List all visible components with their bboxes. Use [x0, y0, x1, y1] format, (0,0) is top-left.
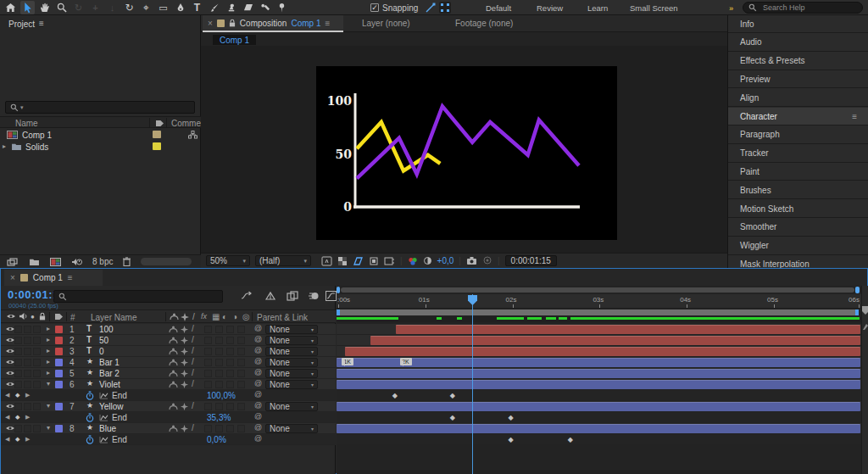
layer-name[interactable]: Blue — [99, 425, 116, 433]
layer-switch-cell[interactable] — [215, 337, 223, 344]
keyframe-diamond[interactable]: ◆ — [508, 436, 513, 443]
layer-switch-cell[interactable] — [24, 348, 31, 355]
collapse-transformations-icon[interactable] — [181, 403, 188, 410]
quality-switch-icon[interactable]: / — [192, 380, 194, 388]
layer-label-swatch[interactable] — [55, 403, 63, 410]
parent-link-column-header[interactable]: Parent & Link — [257, 313, 308, 322]
property-row-blue-end[interactable]: ◀◆▶End0,0%@ — [1, 434, 336, 445]
parent-pickwhip-icon[interactable]: @ — [254, 325, 262, 332]
pixel-aspect-icon[interactable] — [384, 256, 395, 266]
panel-tab-brushes[interactable]: Brushes — [728, 181, 868, 199]
dolly-camera-tool[interactable]: ↓ — [105, 1, 120, 14]
layer-duration-bar[interactable] — [337, 424, 860, 433]
layer-switch-cell[interactable] — [33, 381, 41, 388]
layer-switch-cell[interactable] — [215, 348, 223, 355]
panel-tab-audio[interactable]: Audio — [728, 34, 868, 52]
shape-tool[interactable]: ▭ — [156, 1, 170, 14]
selection-tool[interactable] — [20, 1, 35, 14]
audio-column-speaker-icon[interactable] — [19, 312, 28, 321]
tab-layer[interactable]: Layer (none) — [362, 19, 410, 28]
layer-name[interactable]: 0 — [99, 348, 104, 356]
layer-switch-cell[interactable] — [204, 337, 212, 344]
layer-label-swatch[interactable] — [55, 381, 63, 388]
track-row-100[interactable] — [337, 324, 861, 335]
layer-switch-cell[interactable] — [24, 326, 31, 333]
layer-row-yellow[interactable]: ▾7★Yellow/@None▾ — [1, 401, 336, 412]
layer-switch-cell[interactable] — [215, 425, 223, 432]
comp-mini-flowchart-icon[interactable] — [241, 291, 253, 301]
search-help-input[interactable] — [761, 3, 846, 13]
layer-duration-bar[interactable] — [337, 369, 860, 378]
panel-tab-mask-interpolation[interactable]: Mask Interpolation — [728, 255, 868, 268]
layer-switch-cell[interactable] — [14, 337, 22, 344]
rotation-tool[interactable]: ↻ — [122, 1, 136, 14]
parent-dropdown[interactable]: None▾ — [265, 347, 318, 356]
panel-menu-icon[interactable]: ≡ — [852, 112, 857, 121]
layer-name[interactable]: 50 — [99, 337, 108, 345]
clone-stamp-tool[interactable] — [224, 1, 238, 14]
layer-switch-cell[interactable] — [204, 381, 212, 388]
hand-tool[interactable] — [37, 1, 52, 14]
pan-behind-tool[interactable]: ⌖ — [139, 1, 153, 14]
zoom-tool[interactable] — [54, 1, 69, 14]
new-folder-icon[interactable] — [29, 258, 40, 266]
layer-expand-chevron[interactable]: ▸ — [47, 337, 50, 343]
track-row-0[interactable] — [337, 346, 861, 357]
exposure-value[interactable]: +0,0 — [437, 256, 454, 265]
layer-expand-chevron[interactable]: ▾ — [47, 425, 50, 432]
panel-tab-motion-sketch[interactable]: Motion Sketch — [728, 200, 868, 218]
layer-switch-cell[interactable] — [33, 425, 41, 432]
parent-dropdown[interactable]: None▾ — [265, 380, 318, 389]
shy-switch-icon[interactable] — [169, 403, 178, 410]
layer-row-0[interactable]: ▸3T0/@None▾ — [1, 346, 336, 357]
quality-switch-icon[interactable]: / — [192, 369, 194, 377]
frame-blend-switch-icon[interactable]: ▦ — [212, 312, 220, 321]
hand-grid-icon[interactable] — [321, 256, 332, 266]
property-graph-icon[interactable] — [99, 392, 108, 399]
track-row-yellow[interactable] — [337, 401, 861, 412]
shy-switch-icon[interactable] — [169, 381, 178, 388]
layer-switch-cell[interactable] — [226, 348, 234, 355]
time-ruler[interactable]: :00s01s02s03s04s05s06s — [337, 294, 861, 309]
add-keyframe-icon[interactable]: ◆ — [15, 414, 19, 420]
property-name[interactable]: End — [112, 436, 127, 444]
shy-switch-icon[interactable] — [170, 313, 179, 321]
layer-switch-cell[interactable] — [24, 359, 31, 366]
tab-footage[interactable]: Footage (none) — [455, 19, 513, 28]
panel-tab-tracker[interactable]: Tracker — [728, 145, 868, 163]
panel-tab-preview[interactable]: Preview — [728, 70, 868, 88]
previous-keyframe-icon[interactable]: ◀ — [5, 392, 9, 398]
panel-tab-info[interactable]: Info — [728, 15, 868, 33]
track-row-violet[interactable] — [337, 379, 861, 390]
trash-icon[interactable] — [123, 257, 131, 266]
property-name[interactable]: End — [112, 392, 127, 400]
add-keyframe-icon[interactable]: ◆ — [15, 392, 19, 398]
layer-row-blue[interactable]: ▾8★Blue/@None▾ — [1, 423, 336, 434]
property-value[interactable]: 35,3% — [207, 414, 231, 422]
search-help-box[interactable] — [743, 2, 863, 14]
color-depth-button[interactable]: 8 bpc — [92, 257, 113, 266]
quality-switch-icon[interactable]: / — [192, 358, 194, 366]
property-pickwhip-icon[interactable]: @ — [254, 435, 262, 443]
previous-keyframe-icon[interactable]: ◀ — [5, 436, 9, 442]
comp-breadcrumb[interactable]: Comp 1 — [213, 35, 256, 45]
layer-switch-cell[interactable] — [14, 359, 22, 366]
panel-tab-wiggler[interactable]: Wiggler — [728, 237, 868, 255]
property-graph-icon[interactable] — [99, 436, 108, 443]
layer-switch-cell[interactable] — [204, 370, 212, 377]
layer-name-column-header[interactable]: Layer Name — [91, 313, 136, 322]
parent-dropdown[interactable]: None▾ — [265, 358, 318, 367]
layer-switch-cell[interactable] — [215, 370, 223, 377]
property-track-violet-end[interactable]: ◆◆ — [337, 390, 861, 401]
panel-tab-effects-presets[interactable]: Effects & Presets — [728, 53, 868, 70]
interpret-footage-icon[interactable] — [7, 258, 19, 266]
tab-composition[interactable]: × Composition Comp 1 ≡ — [203, 15, 343, 32]
tab-menu-icon[interactable]: ≡ — [325, 19, 330, 28]
property-track-yellow-end[interactable]: ◆◆ — [337, 412, 861, 423]
property-pickwhip-icon[interactable]: @ — [254, 413, 262, 421]
region-of-interest-icon[interactable] — [369, 256, 379, 266]
layer-switch-cell[interactable] — [24, 425, 31, 432]
layer-name[interactable]: 100 — [99, 326, 114, 334]
property-name[interactable]: End — [112, 414, 127, 422]
layer-switch-cell[interactable] — [24, 381, 31, 388]
